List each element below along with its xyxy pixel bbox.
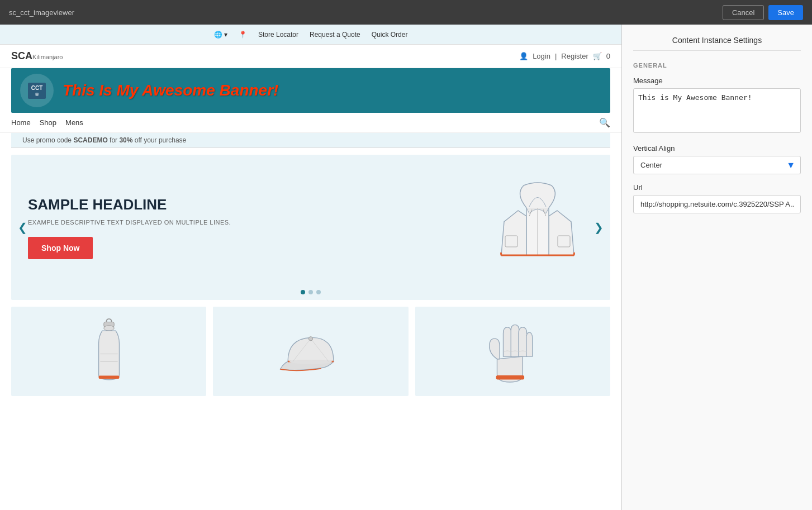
search-icon[interactable]: 🔍 [599, 117, 610, 128]
cancel-button[interactable]: Cancel [723, 5, 764, 20]
dot-3[interactable] [316, 290, 321, 294]
nav-home[interactable]: Home [11, 118, 31, 127]
dot-1[interactable] [301, 290, 305, 294]
banner-message: This Is My Awesome Banner! [63, 82, 278, 99]
banner-logo: CCT ⊞ [20, 74, 54, 107]
top-bar-actions: Cancel Save [723, 5, 803, 20]
banner-section: CCT ⊞ This Is My Awesome Banner! [11, 68, 610, 113]
preview-panel: 🌐 ▾ 📍 Store Locator Request a Quote Quic… [0, 25, 622, 510]
globe-icon: 🌐 ▾ [214, 31, 227, 39]
vertical-align-label: Vertical Align [633, 144, 801, 152]
store-logo: SCAKilimanjaro [11, 50, 63, 62]
store-top-bar: 🌐 ▾ 📍 Store Locator Request a Quote Quic… [0, 25, 621, 45]
register-link[interactable]: Register [561, 52, 588, 60]
svg-rect-13 [496, 375, 524, 379]
general-section-label: GENERAL [633, 62, 801, 69]
shop-now-button[interactable]: Shop Now [28, 237, 93, 259]
nav-mens[interactable]: Mens [65, 118, 83, 127]
carousel-dots [301, 290, 321, 294]
nav-shop[interactable]: Shop [40, 118, 56, 127]
store-nav: Home Shop Mens 🔍 [0, 113, 621, 133]
cart-count: 0 [606, 52, 610, 60]
dot-2[interactable] [308, 290, 313, 294]
save-button[interactable]: Save [768, 5, 803, 20]
url-label: Url [633, 183, 801, 192]
vertical-align-select[interactable]: Top Center Bottom [633, 156, 801, 174]
store-header: SCAKilimanjaro 👤 Login | Register 🛒 0 [0, 45, 621, 68]
url-input[interactable] [633, 195, 801, 213]
svg-rect-9 [98, 375, 119, 379]
login-link[interactable]: Login [533, 52, 550, 60]
svg-point-8 [103, 326, 113, 331]
store-locator-link[interactable]: Store Locator [258, 31, 298, 39]
app-title: sc_cct_imageviewer [9, 8, 74, 17]
promo-bar: Use promo code SCADEMO for 30% off your … [11, 133, 610, 148]
quick-order-link[interactable]: Quick Order [372, 31, 408, 39]
cart-icon: 🛒 [593, 52, 602, 60]
hero-content: SAMPLE HEADLINE EXAMPLE DESCRIPTIVE TEXT… [28, 196, 482, 259]
carousel-prev-button[interactable]: ❮ [13, 216, 32, 239]
carousel-next-button[interactable]: ❯ [590, 216, 608, 239]
settings-panel: Content Instance Settings GENERAL Messag… [622, 25, 812, 510]
user-icon: 👤 [519, 52, 528, 60]
product-card-bottle[interactable] [11, 307, 206, 396]
request-quote-link[interactable]: Request a Quote [310, 31, 360, 39]
user-actions: 👤 Login | Register 🛒 0 [519, 52, 610, 60]
vertical-align-wrapper: Top Center Bottom ▼ [633, 156, 801, 174]
message-textarea[interactable]: This is My Awesome Banner! [633, 88, 801, 133]
main-layout: 🌐 ▾ 📍 Store Locator Request a Quote Quic… [0, 25, 812, 510]
message-label: Message [633, 77, 801, 85]
product-card-glove[interactable] [415, 307, 610, 396]
promo-discount: 30% [119, 136, 132, 144]
cct-badge: CCT ⊞ [28, 83, 46, 99]
nav-links: Home Shop Mens [11, 118, 83, 127]
hero-headline: SAMPLE HEADLINE [28, 196, 482, 213]
hero-jacket-image [482, 171, 593, 283]
promo-code: SCADEMO [73, 136, 107, 144]
product-card-cap[interactable] [213, 307, 408, 396]
svg-point-12 [308, 337, 312, 341]
product-grid [11, 307, 610, 396]
app-top-bar: sc_cct_imageviewer Cancel Save [0, 0, 812, 25]
settings-title: Content Instance Settings [633, 36, 801, 51]
hero-subtext: EXAMPLE DESCRIPTIVE TEXT DISPLAYED ON MU… [28, 219, 482, 226]
store-locator-icon: 📍 [239, 31, 247, 39]
hero-section: ❮ SAMPLE HEADLINE EXAMPLE DESCRIPTIVE TE… [11, 155, 610, 300]
